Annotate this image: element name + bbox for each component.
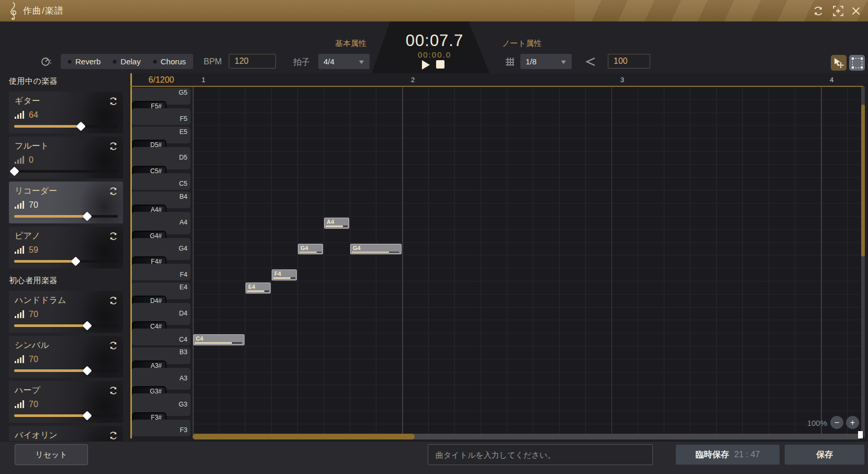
note-block-E4[interactable]: E4 <box>246 283 271 294</box>
key-label-G5: G5 <box>179 89 187 96</box>
horizontal-scrollbar-thumb[interactable] <box>193 434 415 439</box>
reload-instrument-icon[interactable] <box>108 96 118 106</box>
velocity-icon <box>585 57 596 66</box>
treble-clef-icon <box>7 2 19 20</box>
instrument-card[interactable]: バイオリン <box>9 426 123 441</box>
note-duration-bar <box>273 277 291 279</box>
effect-toggle-chorus[interactable]: Chorus <box>153 57 186 66</box>
instrument-name: フルート <box>15 141 49 152</box>
chevron-down-icon: ▼ <box>358 59 365 65</box>
volume-value: 70 <box>29 356 38 363</box>
zoom-out-button[interactable]: − <box>830 416 843 429</box>
effect-label: Chorus <box>161 57 186 66</box>
key-label-D5: D5 <box>179 154 187 161</box>
reload-instrument-icon[interactable] <box>108 431 118 441</box>
zoom-in-button[interactable]: + <box>846 416 859 429</box>
note-block-G4[interactable]: G4 <box>298 244 323 255</box>
marquee-select-tool-button[interactable] <box>849 55 865 71</box>
reload-instrument-icon[interactable] <box>108 386 118 396</box>
volume-bars-icon <box>15 246 24 254</box>
note-block-C4[interactable]: C4 <box>193 334 244 345</box>
reload-instrument-icon[interactable] <box>108 186 118 196</box>
note-attributes-label: ノート属性 <box>502 39 542 49</box>
note-block-G4[interactable]: G4 <box>350 244 402 255</box>
temp-save-button[interactable]: 臨時保存 21 : 47 <box>675 444 780 465</box>
playback-time: 00:07.7 <box>393 31 476 50</box>
effect-toggle-reverb[interactable]: Reverb <box>68 57 101 66</box>
reload-instrument-icon[interactable] <box>108 141 118 151</box>
horizontal-scrollbar[interactable] <box>193 434 861 439</box>
volume-slider[interactable] <box>14 260 118 263</box>
vertical-scrollbar[interactable] <box>861 87 865 437</box>
instrument-sidebar: 使用中の楽器ギター64フルート0リコーダー70ピアノ59初心者用楽器ハンドドラム… <box>0 73 130 441</box>
stop-button[interactable] <box>436 60 444 69</box>
volume-bars-icon <box>15 310 24 318</box>
key-label-B3: B3 <box>180 348 187 356</box>
volume-slider[interactable] <box>14 125 118 128</box>
reload-instrument-icon[interactable] <box>108 296 118 306</box>
scrollbar-corner <box>858 431 863 438</box>
key-label-F3: F3 <box>180 426 187 434</box>
playback-start-time: 00:00.0 <box>393 50 476 59</box>
volume-slider-thumb[interactable] <box>9 166 19 176</box>
instrument-name: ピアノ <box>15 231 40 242</box>
reset-button[interactable]: リセット <box>15 444 88 465</box>
effect-toggle-delay[interactable]: Delay <box>113 57 140 66</box>
volume-slider[interactable] <box>14 170 118 173</box>
key-label-C4: C4 <box>179 336 187 343</box>
song-title-input[interactable] <box>428 444 653 465</box>
note-duration-stub <box>389 252 399 253</box>
volume-value: 70 <box>29 311 38 318</box>
effect-indicator-dot <box>113 60 116 63</box>
key-label-B4: B4 <box>180 193 187 200</box>
reload-instrument-icon[interactable] <box>108 341 118 351</box>
key-label-A4: A4 <box>180 219 187 226</box>
instrument-card[interactable]: ハープ70 <box>9 381 123 423</box>
instrument-card[interactable]: シンバル70 <box>9 336 123 378</box>
measure-number: 4 <box>830 76 833 84</box>
note-length-select[interactable]: 1/8 ▼ <box>520 54 572 69</box>
note-duration-bar <box>195 342 232 344</box>
key-label-G4: G4 <box>179 245 187 252</box>
sidebar-section-title: 使用中の楽器 <box>9 76 130 86</box>
basic-attributes-label: 基本属性 <box>335 39 366 49</box>
reload-instrument-icon[interactable] <box>108 231 118 241</box>
volume-slider[interactable] <box>14 414 118 417</box>
volume-value: 59 <box>29 246 38 254</box>
save-button[interactable]: 保存 <box>784 444 865 465</box>
instrument-name: バイオリン <box>15 430 58 441</box>
instrument-name: ギター <box>15 96 40 107</box>
window-close-button[interactable] <box>849 4 863 18</box>
chevron-down-icon: ▼ <box>560 59 567 65</box>
time-signature-label: 拍子 <box>293 57 310 68</box>
note-count: 6/1200 <box>132 75 191 85</box>
instrument-card[interactable]: ギター64 <box>9 92 123 133</box>
volume-slider[interactable] <box>14 215 118 218</box>
instrument-card[interactable]: ピアノ59 <box>9 227 123 268</box>
grid-snap-icon <box>504 56 516 67</box>
measure-number: 3 <box>620 76 624 84</box>
time-signature-select[interactable]: 4/4 ▼ <box>318 54 370 69</box>
vertical-scrollbar-thumb[interactable] <box>861 105 865 256</box>
note-grid[interactable]: C4E4F4G4A4G4 <box>193 87 863 437</box>
volume-slider[interactable] <box>14 369 118 372</box>
window-capture-button[interactable] <box>831 4 845 18</box>
temp-save-countdown: 21 : 47 <box>735 450 760 459</box>
bpm-input[interactable] <box>229 54 276 69</box>
key-label-F5: F5 <box>180 115 187 122</box>
move-tool-button[interactable] <box>831 55 847 71</box>
sidebar-section-title: 初心者用楽器 <box>9 276 130 286</box>
instrument-card[interactable]: フルート0 <box>9 137 123 178</box>
note-block-F4[interactable]: F4 <box>272 269 297 280</box>
note-duration-stub <box>317 252 321 253</box>
effect-indicator-dot <box>153 60 157 63</box>
window-refresh-button[interactable] <box>811 4 825 18</box>
instrument-card[interactable]: リコーダー70 <box>9 182 123 223</box>
volume-slider[interactable] <box>14 324 118 327</box>
note-block-A4[interactable]: A4 <box>324 218 349 229</box>
play-button[interactable] <box>422 60 430 70</box>
instrument-card[interactable]: ハンドドラム70 <box>9 291 123 333</box>
key-label-E5: E5 <box>180 128 187 136</box>
velocity-input[interactable] <box>608 54 650 69</box>
window-title: 作曲/楽譜 <box>23 5 64 17</box>
